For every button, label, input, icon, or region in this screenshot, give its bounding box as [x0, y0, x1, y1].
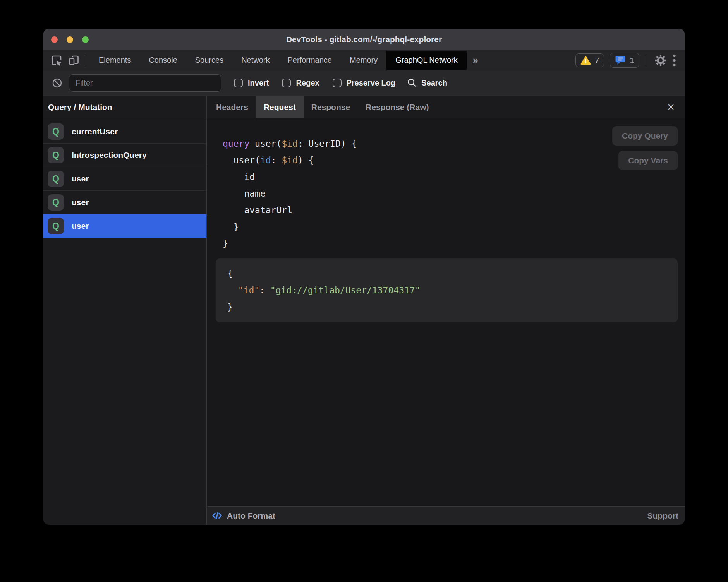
panel-tab-headers[interactable]: Headers — [208, 96, 256, 118]
search-label: Search — [421, 79, 447, 87]
request-view: query user($id: UserID) { user(id: $id) … — [207, 118, 685, 506]
checkbox-label: Invert — [248, 79, 269, 87]
code-line: user(id: $id) { — [223, 152, 678, 169]
toolbar-right-divider — [647, 55, 647, 66]
more-panels-button[interactable]: » — [467, 51, 484, 70]
filter-bar: InvertRegexPreserve Log Search — [43, 70, 685, 96]
code-line: } — [223, 235, 678, 252]
panel-tab-response[interactable]: Response — [304, 96, 358, 118]
checkbox-box-regex[interactable] — [282, 79, 291, 87]
list-item[interactable]: Quser — [43, 191, 206, 214]
messages-count: 1 — [630, 56, 634, 65]
code-line: } — [227, 299, 666, 315]
list-item[interactable]: QIntrospectionQuery — [43, 144, 206, 167]
code-format-icon — [212, 511, 222, 520]
checkbox-label: Regex — [296, 79, 319, 87]
query-type-badge: Q — [48, 194, 64, 211]
code-line: id — [223, 169, 678, 185]
code-line: query user($id: UserID) { — [223, 135, 678, 152]
toolbar-divider — [85, 55, 85, 66]
traffic-lights — [51, 29, 89, 50]
detail-panel: HeadersRequestResponseResponse (Raw)× qu… — [207, 96, 685, 525]
filter-input[interactable] — [69, 74, 221, 92]
list-item-label: user — [72, 221, 89, 231]
search-icon — [407, 78, 417, 88]
more-options-icon[interactable] — [673, 54, 676, 67]
auto-format-button[interactable]: Auto Format — [212, 511, 275, 520]
copy-query-button[interactable]: Copy Query — [612, 126, 678, 146]
close-window-button[interactable] — [51, 36, 58, 43]
messages-badge[interactable]: 1 — [610, 53, 639, 68]
chat-bubble-icon — [615, 55, 626, 65]
maximize-window-button[interactable] — [82, 36, 89, 43]
list-item[interactable]: Quser — [43, 167, 206, 191]
panel-tab-response-raw[interactable]: Response (Raw) — [358, 96, 436, 118]
checkbox-invert[interactable]: Invert — [234, 79, 269, 87]
tab-graphql-network[interactable]: GraphQL Network — [386, 51, 466, 70]
support-link[interactable]: Support — [647, 511, 678, 520]
list-item-label: IntrospectionQuery — [72, 151, 147, 160]
tab-console[interactable]: Console — [140, 51, 186, 70]
code-line: } — [223, 219, 678, 235]
copy-vars-button[interactable]: Copy Vars — [618, 151, 678, 170]
list-item-label: currentUser — [72, 127, 118, 136]
query-type-badge: Q — [48, 147, 64, 163]
warnings-count: 7 — [595, 56, 599, 65]
panel-tabs: HeadersRequestResponseResponse (Raw)× — [207, 96, 685, 118]
checkbox-box-preserve-log[interactable] — [333, 79, 342, 87]
tab-network[interactable]: Network — [232, 51, 278, 70]
titlebar: DevTools - gitlab.com/-/graphql-explorer — [43, 29, 685, 51]
warnings-badge[interactable]: 7 — [575, 53, 604, 67]
checkbox-box-invert[interactable] — [234, 79, 243, 87]
query-type-badge: Q — [48, 123, 64, 140]
inspect-element-icon[interactable] — [50, 54, 63, 67]
code-line: { — [227, 265, 666, 282]
auto-format-label: Auto Format — [227, 511, 275, 520]
settings-gear-icon[interactable] — [654, 54, 667, 67]
tab-performance[interactable]: Performance — [279, 51, 341, 70]
devtools-window: DevTools - gitlab.com/-/graphql-explorer… — [43, 29, 685, 525]
toolbar-tabs: ElementsConsoleSourcesNetworkPerformance… — [90, 51, 467, 70]
close-panel-button[interactable]: × — [657, 96, 685, 118]
device-toolbar-icon[interactable] — [68, 54, 80, 67]
request-query-code: query user($id: UserID) { user(id: $id) … — [223, 135, 678, 252]
tab-memory[interactable]: Memory — [341, 51, 386, 70]
sidebar: Query / Mutation QcurrentUserQIntrospect… — [43, 96, 207, 525]
query-type-badge: Q — [48, 171, 64, 187]
list-item[interactable]: QcurrentUser — [43, 120, 206, 144]
search-button[interactable]: Search — [407, 78, 447, 88]
tab-sources[interactable]: Sources — [186, 51, 232, 70]
code-line: "id": "gid://gitlab/User/13704317" — [227, 282, 666, 299]
code-line: avatarUrl — [223, 202, 678, 219]
sidebar-header: Query / Mutation — [43, 96, 206, 118]
window-title: DevTools - gitlab.com/-/graphql-explorer — [43, 35, 685, 44]
checkbox-label: Preserve Log — [347, 79, 396, 87]
warning-icon — [580, 56, 591, 65]
list-item-label: user — [72, 174, 89, 183]
checkbox-regex[interactable]: Regex — [282, 79, 319, 87]
list-item[interactable]: Quser — [43, 214, 206, 238]
filter-checkboxes: InvertRegexPreserve Log — [234, 79, 395, 87]
query-list: QcurrentUserQIntrospectionQueryQuserQuse… — [43, 118, 206, 238]
checkbox-preserve-log[interactable]: Preserve Log — [333, 79, 396, 87]
panel-tab-request[interactable]: Request — [256, 96, 304, 118]
minimize-window-button[interactable] — [67, 36, 73, 43]
query-type-badge: Q — [48, 218, 64, 234]
panel-footer: Auto Format Support — [207, 506, 685, 525]
block-filter-icon[interactable] — [52, 78, 62, 88]
list-item-label: user — [72, 198, 89, 207]
request-variables-code: { "id": "gid://gitlab/User/13704317"} — [216, 258, 678, 322]
tab-elements[interactable]: Elements — [90, 51, 140, 70]
code-line: name — [223, 185, 678, 202]
devtools-toolbar: ElementsConsoleSourcesNetworkPerformance… — [43, 51, 685, 70]
